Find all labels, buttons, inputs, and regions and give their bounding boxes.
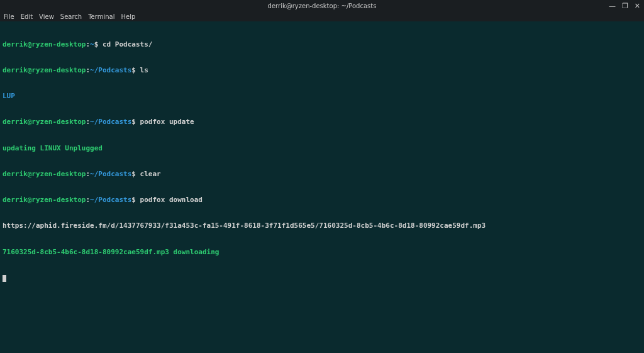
window-titlebar: derrik@ryzen-desktop: ~/Podcasts — ❐ ✕ — [0, 0, 644, 11]
menu-terminal[interactable]: Terminal — [88, 13, 114, 20]
terminal-output-line: 7160325d-8cb5-4b6c-8d18-80992cae59df.mp3… — [3, 248, 641, 257]
terminal-line: derrik@ryzen-desktop:~$ cd Podcasts/ — [3, 40, 641, 49]
window-controls: — ❐ ✕ — [609, 0, 640, 11]
window-title: derrik@ryzen-desktop: ~/Podcasts — [268, 3, 377, 9]
menu-file[interactable]: File — [4, 13, 14, 20]
menu-edit[interactable]: Edit — [21, 13, 33, 20]
menu-search[interactable]: Search — [60, 13, 82, 20]
prompt-symbol: $ — [131, 66, 136, 74]
terminal-output-line: LUP — [3, 92, 641, 101]
prompt-symbol: $ — [131, 118, 136, 126]
prompt-path: ~/Podcasts — [90, 196, 131, 204]
prompt-user-host: derrik@ryzen-desktop — [3, 196, 86, 204]
prompt-path: ~/Podcasts — [90, 66, 131, 74]
terminal-output-line: updating LINUX Unplugged — [3, 144, 641, 153]
menu-view[interactable]: View — [39, 13, 54, 20]
prompt-path: ~ — [90, 40, 94, 48]
command-text: ls — [136, 66, 148, 74]
prompt-user-host: derrik@ryzen-desktop — [3, 170, 86, 178]
minimize-button[interactable]: — — [609, 3, 616, 9]
command-text: podfox download — [136, 196, 203, 204]
menu-help[interactable]: Help — [121, 13, 135, 20]
terminal-output-line: https://aphid.fireside.fm/d/1437767933/f… — [3, 221, 641, 230]
prompt-user-host: derrik@ryzen-desktop — [3, 66, 86, 74]
command-text: cd Podcasts/ — [98, 40, 152, 48]
cursor-icon — [3, 275, 6, 282]
command-text: clear — [136, 170, 161, 178]
prompt-user-host: derrik@ryzen-desktop — [3, 118, 86, 126]
command-text: podfox update — [136, 118, 194, 126]
menubar: File Edit View Search Terminal Help — [0, 11, 644, 21]
prompt-user-host: derrik@ryzen-desktop — [3, 40, 86, 48]
maximize-button[interactable]: ❐ — [622, 3, 628, 9]
prompt-symbol: $ — [131, 170, 136, 178]
terminal-line: derrik@ryzen-desktop:~/Podcasts$ podfox … — [3, 118, 641, 126]
terminal-line: derrik@ryzen-desktop:~/Podcasts$ podfox … — [3, 196, 641, 205]
prompt-path: ~/Podcasts — [90, 170, 131, 178]
terminal-output-area[interactable]: derrik@ryzen-desktop:~$ cd Podcasts/ der… — [0, 21, 644, 292]
prompt-symbol: $ — [131, 196, 136, 204]
prompt-path: ~/Podcasts — [90, 118, 131, 126]
terminal-line: derrik@ryzen-desktop:~/Podcasts$ clear — [3, 170, 641, 179]
terminal-cursor-line — [3, 274, 641, 283]
close-button[interactable]: ✕ — [635, 3, 640, 9]
terminal-line: derrik@ryzen-desktop:~/Podcasts$ ls — [3, 66, 641, 75]
